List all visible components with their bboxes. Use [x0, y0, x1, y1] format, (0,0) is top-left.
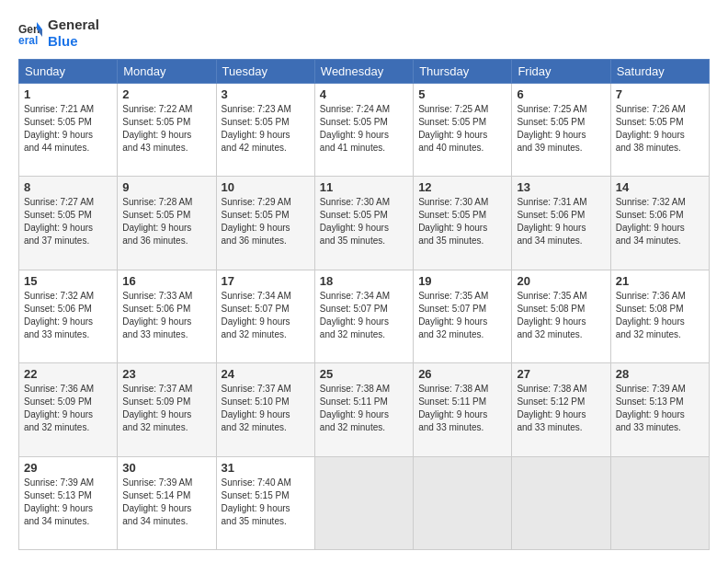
day-info: Sunrise: 7:38 AM Sunset: 5:11 PM Dayligh… — [418, 383, 506, 434]
day-info: Sunrise: 7:34 AM Sunset: 5:07 PM Dayligh… — [320, 290, 408, 341]
day-number: 23 — [122, 367, 210, 381]
calendar-cell: 15Sunrise: 7:32 AM Sunset: 5:06 PM Dayli… — [19, 270, 118, 362]
calendar-cell: 6Sunrise: 7:25 AM Sunset: 5:05 PM Daylig… — [512, 84, 610, 177]
calendar-cell: 17Sunrise: 7:34 AM Sunset: 5:07 PM Dayli… — [216, 270, 314, 362]
weekday-header-tuesday: Tuesday — [216, 60, 314, 84]
day-number: 1 — [24, 87, 112, 101]
calendar-cell: 3Sunrise: 7:23 AM Sunset: 5:05 PM Daylig… — [216, 84, 314, 177]
day-number: 21 — [616, 274, 704, 288]
day-number: 4 — [320, 87, 408, 101]
weekday-header-saturday: Saturday — [610, 60, 709, 84]
day-info: Sunrise: 7:39 AM Sunset: 5:13 PM Dayligh… — [24, 477, 112, 528]
calendar-cell: 4Sunrise: 7:24 AM Sunset: 5:05 PM Daylig… — [314, 84, 413, 177]
day-info: Sunrise: 7:28 AM Sunset: 5:05 PM Dayligh… — [122, 196, 210, 247]
day-number: 8 — [24, 180, 112, 194]
header: Gen eral General Blue — [18, 17, 710, 50]
calendar-cell — [610, 456, 709, 549]
day-info: Sunrise: 7:40 AM Sunset: 5:15 PM Dayligh… — [222, 477, 310, 528]
weekday-header-friday: Friday — [512, 60, 610, 84]
calendar-cell: 31Sunrise: 7:40 AM Sunset: 5:15 PM Dayli… — [216, 456, 314, 549]
calendar: SundayMondayTuesdayWednesdayThursdayFrid… — [18, 59, 710, 550]
day-info: Sunrise: 7:34 AM Sunset: 5:07 PM Dayligh… — [222, 290, 310, 341]
day-number: 13 — [517, 180, 605, 194]
calendar-cell: 19Sunrise: 7:35 AM Sunset: 5:07 PM Dayli… — [414, 270, 512, 362]
day-info: Sunrise: 7:38 AM Sunset: 5:11 PM Dayligh… — [320, 383, 408, 434]
calendar-cell: 9Sunrise: 7:28 AM Sunset: 5:05 PM Daylig… — [118, 177, 216, 270]
day-info: Sunrise: 7:25 AM Sunset: 5:05 PM Dayligh… — [517, 103, 605, 155]
calendar-cell: 2Sunrise: 7:22 AM Sunset: 5:05 PM Daylig… — [118, 84, 216, 177]
day-number: 15 — [24, 274, 112, 288]
logo: Gen eral General Blue — [18, 17, 99, 50]
calendar-cell: 14Sunrise: 7:32 AM Sunset: 5:06 PM Dayli… — [610, 177, 709, 270]
day-number: 2 — [122, 87, 210, 101]
day-info: Sunrise: 7:36 AM Sunset: 5:08 PM Dayligh… — [616, 290, 704, 341]
day-number: 17 — [222, 274, 310, 288]
calendar-cell: 12Sunrise: 7:30 AM Sunset: 5:05 PM Dayli… — [414, 177, 512, 270]
day-info: Sunrise: 7:27 AM Sunset: 5:05 PM Dayligh… — [24, 196, 112, 247]
day-info: Sunrise: 7:21 AM Sunset: 5:05 PM Dayligh… — [24, 103, 112, 155]
weekday-header-monday: Monday — [118, 60, 216, 84]
calendar-cell: 21Sunrise: 7:36 AM Sunset: 5:08 PM Dayli… — [610, 270, 709, 362]
page: Gen eral General Blue SundayMondayTuesda… — [0, 0, 728, 563]
day-number: 19 — [418, 274, 506, 288]
calendar-cell: 18Sunrise: 7:34 AM Sunset: 5:07 PM Dayli… — [314, 270, 413, 362]
day-number: 27 — [517, 367, 605, 381]
calendar-cell: 1Sunrise: 7:21 AM Sunset: 5:05 PM Daylig… — [19, 84, 118, 177]
calendar-cell: 30Sunrise: 7:39 AM Sunset: 5:14 PM Dayli… — [118, 456, 216, 549]
calendar-cell — [414, 456, 512, 549]
calendar-cell — [512, 456, 610, 549]
day-number: 11 — [320, 180, 408, 194]
calendar-cell: 23Sunrise: 7:37 AM Sunset: 5:09 PM Dayli… — [118, 363, 216, 456]
calendar-cell: 22Sunrise: 7:36 AM Sunset: 5:09 PM Dayli… — [19, 363, 118, 456]
day-info: Sunrise: 7:22 AM Sunset: 5:05 PM Dayligh… — [122, 103, 210, 155]
calendar-cell: 13Sunrise: 7:31 AM Sunset: 5:06 PM Dayli… — [512, 177, 610, 270]
day-info: Sunrise: 7:37 AM Sunset: 5:10 PM Dayligh… — [222, 383, 310, 434]
day-info: Sunrise: 7:37 AM Sunset: 5:09 PM Dayligh… — [122, 383, 210, 434]
day-number: 14 — [616, 180, 704, 194]
day-number: 31 — [222, 461, 310, 475]
day-number: 28 — [616, 367, 704, 381]
day-info: Sunrise: 7:39 AM Sunset: 5:13 PM Dayligh… — [616, 383, 704, 434]
calendar-cell: 16Sunrise: 7:33 AM Sunset: 5:06 PM Dayli… — [118, 270, 216, 362]
day-info: Sunrise: 7:25 AM Sunset: 5:05 PM Dayligh… — [418, 103, 506, 155]
day-info: Sunrise: 7:35 AM Sunset: 5:07 PM Dayligh… — [418, 290, 506, 341]
day-number: 7 — [616, 87, 704, 101]
day-info: Sunrise: 7:26 AM Sunset: 5:05 PM Dayligh… — [616, 103, 704, 155]
weekday-header-wednesday: Wednesday — [314, 60, 413, 84]
day-number: 12 — [418, 180, 506, 194]
day-info: Sunrise: 7:31 AM Sunset: 5:06 PM Dayligh… — [517, 196, 605, 247]
day-number: 9 — [122, 180, 210, 194]
calendar-cell: 29Sunrise: 7:39 AM Sunset: 5:13 PM Dayli… — [19, 456, 118, 549]
weekday-header-thursday: Thursday — [414, 60, 512, 84]
day-number: 22 — [24, 367, 112, 381]
day-info: Sunrise: 7:38 AM Sunset: 5:12 PM Dayligh… — [517, 383, 605, 434]
calendar-cell: 20Sunrise: 7:35 AM Sunset: 5:08 PM Dayli… — [512, 270, 610, 362]
week-row-3: 22Sunrise: 7:36 AM Sunset: 5:09 PM Dayli… — [19, 363, 710, 456]
day-number: 18 — [320, 274, 408, 288]
day-number: 5 — [418, 87, 506, 101]
svg-text:eral: eral — [18, 34, 38, 46]
calendar-cell: 28Sunrise: 7:39 AM Sunset: 5:13 PM Dayli… — [610, 363, 709, 456]
day-number: 10 — [222, 180, 310, 194]
calendar-cell: 11Sunrise: 7:30 AM Sunset: 5:05 PM Dayli… — [314, 177, 413, 270]
day-info: Sunrise: 7:24 AM Sunset: 5:05 PM Dayligh… — [320, 103, 408, 155]
day-number: 25 — [320, 367, 408, 381]
day-number: 24 — [222, 367, 310, 381]
calendar-cell: 27Sunrise: 7:38 AM Sunset: 5:12 PM Dayli… — [512, 363, 610, 456]
day-info: Sunrise: 7:29 AM Sunset: 5:05 PM Dayligh… — [222, 196, 310, 247]
weekday-header-sunday: Sunday — [19, 60, 118, 84]
day-info: Sunrise: 7:30 AM Sunset: 5:05 PM Dayligh… — [320, 196, 408, 247]
day-info: Sunrise: 7:33 AM Sunset: 5:06 PM Dayligh… — [122, 290, 210, 341]
calendar-cell: 24Sunrise: 7:37 AM Sunset: 5:10 PM Dayli… — [216, 363, 314, 456]
day-info: Sunrise: 7:39 AM Sunset: 5:14 PM Dayligh… — [122, 477, 210, 528]
calendar-cell: 8Sunrise: 7:27 AM Sunset: 5:05 PM Daylig… — [19, 177, 118, 270]
week-row-0: 1Sunrise: 7:21 AM Sunset: 5:05 PM Daylig… — [19, 84, 710, 177]
weekday-header-row: SundayMondayTuesdayWednesdayThursdayFrid… — [19, 60, 710, 84]
day-number: 3 — [222, 87, 310, 101]
week-row-1: 8Sunrise: 7:27 AM Sunset: 5:05 PM Daylig… — [19, 177, 710, 270]
day-number: 30 — [122, 461, 210, 475]
week-row-4: 29Sunrise: 7:39 AM Sunset: 5:13 PM Dayli… — [19, 456, 710, 549]
day-number: 20 — [517, 274, 605, 288]
week-row-2: 15Sunrise: 7:32 AM Sunset: 5:06 PM Dayli… — [19, 270, 710, 362]
calendar-cell — [314, 456, 413, 549]
